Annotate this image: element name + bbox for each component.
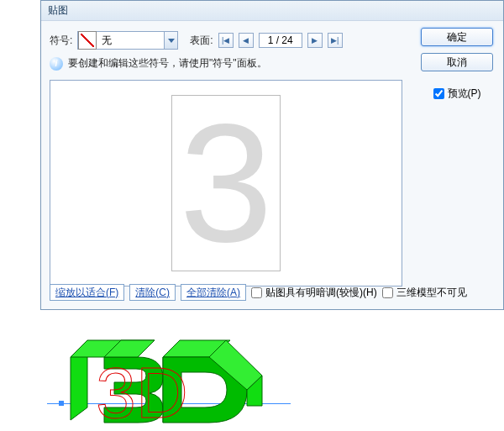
right-buttons: 确定 取消 预览(P) xyxy=(421,28,493,101)
first-face-button[interactable]: |◀ xyxy=(218,33,234,48)
clear-all-button[interactable]: 全部清除(A) xyxy=(181,284,246,301)
dialog-titlebar[interactable]: 贴图 xyxy=(41,1,503,21)
shade-checkbox[interactable]: 贴图具有明暗调(较慢)(H) xyxy=(251,286,377,300)
face-label: 表面: xyxy=(190,34,213,48)
none-swatch-icon xyxy=(78,31,97,50)
extruded-3d-text[interactable]: 3D xyxy=(64,323,282,424)
dialog-content: 确定 取消 预览(P) 符号: 无 表面: |◀ ◀ 1 / 24 ▶ ▶| i… xyxy=(41,21,503,309)
scale-to-fit-button[interactable]: 缩放以适合(F) xyxy=(50,284,124,301)
map-art-dialog: 贴图 确定 取消 预览(P) 符号: 无 表面: |◀ ◀ 1 / 24 ▶ ▶… xyxy=(40,0,504,310)
canvas-3d-object: 3D xyxy=(64,323,274,424)
next-face-button[interactable]: ▶ xyxy=(307,33,323,48)
cancel-button[interactable]: 取消 xyxy=(421,53,493,71)
info-icon: i xyxy=(50,57,63,71)
preview-checkbox[interactable]: 预览(P) xyxy=(433,87,481,101)
chevron-down-icon[interactable] xyxy=(164,32,177,49)
last-face-button[interactable]: ▶| xyxy=(328,33,343,48)
hide3d-checkbox-input[interactable] xyxy=(382,287,393,298)
ok-button[interactable]: 确定 xyxy=(421,28,493,46)
shade-checkbox-input[interactable] xyxy=(251,287,262,298)
preview-glyph: 3 xyxy=(171,95,280,271)
symbol-label: 符号: xyxy=(50,34,72,48)
symbol-value: 无 xyxy=(97,34,164,48)
preview-checkbox-input[interactable] xyxy=(433,88,444,99)
hide3d-checkbox[interactable]: 三维模型不可见 xyxy=(382,286,467,300)
prev-face-button[interactable]: ◀ xyxy=(239,33,254,48)
symbol-dropdown[interactable]: 无 xyxy=(77,31,178,50)
info-text: 要创建和编辑这些符号，请使用"符号"面板。 xyxy=(68,56,267,71)
dialog-title: 贴图 xyxy=(48,3,68,18)
front-face-outline: 3D xyxy=(96,352,188,424)
face-page[interactable]: 1 / 24 xyxy=(259,33,302,48)
preview-area: 3 xyxy=(50,80,402,286)
bottom-controls: 缩放以适合(F) 清除(C) 全部清除(A) 贴图具有明暗调(较慢)(H) 三维… xyxy=(50,284,467,301)
clear-button[interactable]: 清除(C) xyxy=(129,284,176,301)
